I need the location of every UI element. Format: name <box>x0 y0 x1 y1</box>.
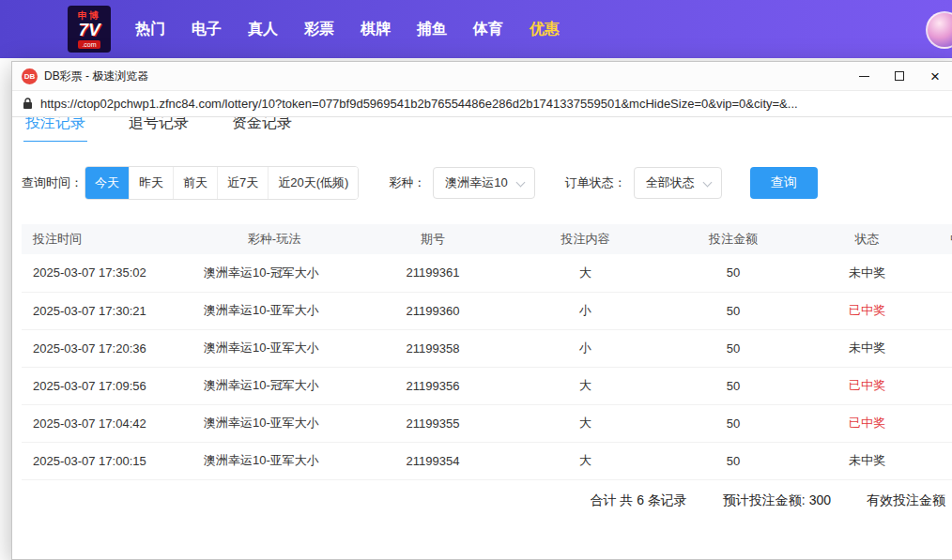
address-bar[interactable]: https://ctop02pchwp1.zfnc84.com/lottery/… <box>12 90 952 117</box>
search-button[interactable]: 查询 <box>750 167 818 199</box>
table-cell: 50 <box>663 367 804 404</box>
table-cell: 21199358 <box>358 329 508 367</box>
tabs-bar: 投注记录 追号记录 资金记录 <box>22 117 952 142</box>
nav-item-live[interactable]: 真人 <box>248 20 278 39</box>
lock-icon <box>23 98 33 110</box>
window-titlebar[interactable]: DB DB彩票 - 极速浏览器 × <box>12 62 952 90</box>
table-cell-clipped <box>930 367 952 404</box>
table-cell: 21199354 <box>358 442 508 479</box>
col-header-issue: 期号 <box>358 224 508 254</box>
lottery-select[interactable]: 澳洲幸运10 <box>433 167 534 199</box>
user-avatar[interactable] <box>926 11 952 49</box>
time-option-today[interactable]: 今天 <box>85 167 129 199</box>
table-cell-clipped <box>930 292 952 329</box>
table-row: 2025-03-07 17:09:56澳洲幸运10-冠军大小21199356大5… <box>22 367 952 404</box>
table-row: 2025-03-07 17:35:02澳洲幸运10-冠军大小21199361大5… <box>22 254 952 292</box>
time-option-yesterday[interactable]: 昨天 <box>129 167 173 199</box>
time-range-group: 今天 昨天 前天 近7天 近20天(低频) <box>84 166 359 200</box>
table-cell: 50 <box>663 404 804 442</box>
table-header-row: 投注时间 彩种-玩法 期号 投注内容 投注金额 状态 中奖金额 <box>22 224 952 254</box>
col-header-bet-content: 投注内容 <box>508 224 663 254</box>
col-header-bet-amount: 投注金额 <box>663 224 804 254</box>
nav-item-promo[interactable]: 优惠 <box>530 20 560 39</box>
screen: 申博 7V .com 热门 电子 真人 彩票 棋牌 捕鱼 体育 优惠 DB DB… <box>0 0 952 560</box>
table-cell: 澳洲幸运10-冠军大小 <box>191 367 358 404</box>
table-cell: 澳洲幸运10-亚军大小 <box>191 329 358 367</box>
minimize-icon <box>859 76 869 77</box>
table-cell: 已中奖 <box>804 292 930 329</box>
time-option-20days[interactable]: 近20天(低频) <box>268 167 358 199</box>
filter-bar: 查询时间： 今天 昨天 前天 近7天 近20天(低频) 彩种： 澳洲幸运10 订… <box>22 166 952 200</box>
time-option-7days[interactable]: 近7天 <box>217 167 268 199</box>
table-row: 2025-03-07 17:20:36澳洲幸运10-亚军大小21199358小5… <box>22 329 952 367</box>
col-header-status: 状态 <box>804 224 930 254</box>
maximize-button[interactable] <box>882 62 917 90</box>
table-cell: 大 <box>508 442 663 479</box>
order-status-value: 全部状态 <box>646 174 695 191</box>
table-cell: 2025-03-07 17:30:21 <box>22 292 191 329</box>
table-cell: 21199360 <box>358 292 508 329</box>
table-cell: 50 <box>663 254 804 292</box>
table-cell-clipped <box>930 404 952 442</box>
tab-fund-records[interactable]: 资金记录 <box>230 117 294 142</box>
nav-menu: 热门 电子 真人 彩票 棋牌 捕鱼 体育 优惠 <box>135 20 560 39</box>
summary-valid-amount: 有效投注金额 <box>867 492 945 509</box>
nav-item-lottery[interactable]: 彩票 <box>304 20 334 39</box>
nav-item-chess[interactable]: 棋牌 <box>361 20 391 39</box>
bet-table: 投注时间 彩种-玩法 期号 投注内容 投注金额 状态 中奖金额 2025-03-… <box>22 224 952 480</box>
main-nav: 申博 7V .com 热门 电子 真人 彩票 棋牌 捕鱼 体育 优惠 <box>0 0 952 58</box>
table-cell: 21199361 <box>358 254 508 292</box>
window-controls: × <box>846 62 952 90</box>
table-cell: 小 <box>508 292 663 329</box>
maximize-icon <box>895 71 904 81</box>
table-cell: 大 <box>508 404 663 442</box>
time-option-day-before[interactable]: 前天 <box>173 167 217 199</box>
summary-expected-amount: 预计投注金额: 300 <box>723 492 831 509</box>
summary-bar: 合计 共 6 条记录 预计投注金额: 300 有效投注金额 <box>22 480 945 522</box>
nav-item-fishing[interactable]: 捕鱼 <box>417 20 447 39</box>
tab-bet-records[interactable]: 投注记录 <box>23 117 87 142</box>
lottery-select-value: 澳洲幸运10 <box>445 174 507 191</box>
table-cell: 澳洲幸运10-冠军大小 <box>191 254 358 292</box>
table-row: 2025-03-07 17:00:15澳洲幸运10-亚军大小21199354大5… <box>22 442 952 479</box>
page-content: 投注记录 追号记录 资金记录 查询时间： 今天 昨天 前天 近7天 近20天(低… <box>12 117 952 522</box>
table-cell: 未中奖 <box>804 254 930 292</box>
table-cell: 未中奖 <box>804 329 930 367</box>
tab-chase-records[interactable]: 追号记录 <box>127 117 191 142</box>
address-url[interactable]: https://ctop02pchwp1.zfnc84.com/lottery/… <box>40 97 798 111</box>
close-button[interactable]: × <box>917 62 952 90</box>
minimize-button[interactable] <box>846 62 882 90</box>
table-cell: 2025-03-07 17:00:15 <box>22 442 191 479</box>
table-cell: 已中奖 <box>804 404 930 442</box>
table-cell: 2025-03-07 17:09:56 <box>22 367 191 404</box>
table-cell: 大 <box>508 367 663 404</box>
bet-table-body: 2025-03-07 17:35:02澳洲幸运10-冠军大小21199361大5… <box>22 254 952 479</box>
logo-text-sub: .com <box>78 40 100 49</box>
table-cell: 2025-03-07 17:20:36 <box>22 329 191 367</box>
browser-window: DB DB彩票 - 极速浏览器 × https://ctop02pchwp1.z… <box>11 61 952 560</box>
table-cell: 澳洲幸运10-亚军大小 <box>191 404 358 442</box>
site-logo[interactable]: 申博 7V .com <box>68 6 111 53</box>
table-cell: 50 <box>663 329 804 367</box>
table-cell: 澳洲幸运10-亚军大小 <box>191 292 358 329</box>
table-row: 2025-03-07 17:30:21澳洲幸运10-亚军大小21199360小5… <box>22 292 952 329</box>
table-row: 2025-03-07 17:04:42澳洲幸运10-亚军大小21199355大5… <box>22 404 952 442</box>
table-cell: 2025-03-07 17:35:02 <box>22 254 191 292</box>
close-icon: × <box>930 68 940 84</box>
logo-text-top: 申博 <box>78 10 100 21</box>
nav-item-hot[interactable]: 热门 <box>135 20 165 39</box>
window-title: DB彩票 - 极速浏览器 <box>44 68 148 84</box>
col-header-lottery-play: 彩种-玩法 <box>191 224 358 254</box>
table-cell: 2025-03-07 17:04:42 <box>22 404 191 442</box>
table-cell: 50 <box>663 292 804 329</box>
table-cell-clipped <box>930 442 952 479</box>
time-filter-label: 查询时间： <box>22 174 83 191</box>
nav-item-sports[interactable]: 体育 <box>473 20 503 39</box>
summary-total: 合计 共 6 条记录 <box>590 492 686 509</box>
order-status-select[interactable]: 全部状态 <box>634 167 722 199</box>
table-cell: 小 <box>508 329 663 367</box>
table-cell: 已中奖 <box>804 367 930 404</box>
table-cell: 21199355 <box>358 404 508 442</box>
table-cell-clipped <box>930 254 952 292</box>
nav-item-slots[interactable]: 电子 <box>192 20 222 39</box>
